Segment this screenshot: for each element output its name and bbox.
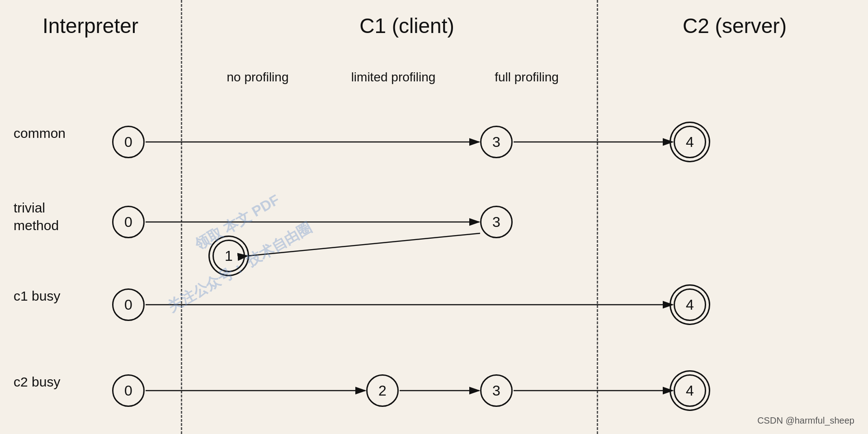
node-c2busy-3: 3 (480, 374, 513, 407)
node-common-4: 4 (674, 126, 706, 158)
node-c2busy-2: 2 (366, 374, 399, 407)
node-c1busy-0: 0 (112, 288, 145, 321)
limited-profiling-label: limited profiling (330, 70, 457, 85)
arrow-trivial-3-1 (248, 233, 480, 256)
node-c1busy-4: 4 (674, 288, 706, 321)
node-trivial-1: 1 (212, 240, 245, 272)
node-trivial-3: 3 (480, 206, 513, 238)
node-common-0: 0 (112, 126, 145, 158)
full-profiling-label: full profiling (475, 70, 579, 85)
dashed-line-right (597, 0, 598, 434)
node-c2busy-4: 4 (674, 374, 706, 407)
diagram-container: Interpreter C1 (client) C2 (server) no p… (0, 0, 868, 434)
node-common-3: 3 (480, 126, 513, 158)
label-trivial: trivial method (14, 199, 118, 234)
dashed-line-left (181, 0, 182, 434)
c2-header: C2 (server) (633, 14, 836, 38)
label-common: common (14, 126, 118, 141)
label-c1busy: c1 busy (14, 288, 118, 304)
credit-text: CSDN @harmful_sheep (757, 415, 854, 426)
label-c2busy: c2 busy (14, 374, 118, 390)
node-c2busy-0: 0 (112, 374, 145, 407)
no-profiling-label: no profiling (208, 70, 307, 85)
c1-header: C1 (client) (271, 14, 542, 38)
interpreter-header: Interpreter (27, 14, 154, 38)
node-trivial-0: 0 (112, 206, 145, 238)
